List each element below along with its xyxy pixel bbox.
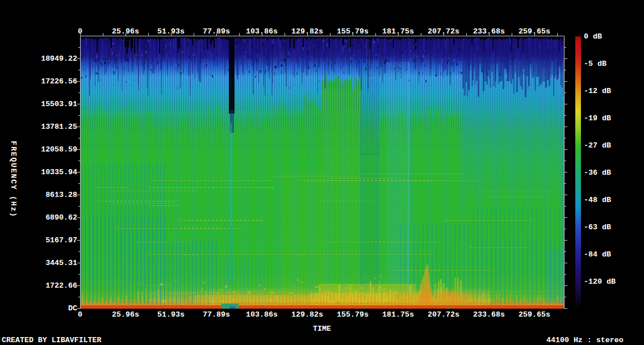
svg-text:6890.62: 6890.62 <box>45 213 77 222</box>
svg-text:-84 dB: -84 dB <box>584 250 611 259</box>
svg-text:155.79s: 155.79s <box>337 310 369 319</box>
svg-text:CREATED BY LIBAVFILTER: CREATED BY LIBAVFILTER <box>2 336 102 344</box>
svg-text:0 dB: 0 dB <box>584 32 602 41</box>
svg-text:129.82s: 129.82s <box>291 27 323 36</box>
svg-text:103.86s: 103.86s <box>246 310 278 319</box>
svg-text:207.72s: 207.72s <box>428 27 459 36</box>
svg-text:44100 Hz : stereo: 44100 Hz : stereo <box>546 336 624 344</box>
svg-text:0: 0 <box>78 27 82 36</box>
svg-text:17226.56: 17226.56 <box>41 77 77 86</box>
svg-text:1722.66: 1722.66 <box>45 281 77 290</box>
svg-text:103.86s: 103.86s <box>246 27 278 36</box>
svg-text:-5 dB: -5 dB <box>584 60 607 68</box>
svg-text:181.75s: 181.75s <box>382 27 414 36</box>
svg-text:15503.91: 15503.91 <box>41 100 77 108</box>
svg-text:233.68s: 233.68s <box>473 310 505 319</box>
svg-text:-48 dB: -48 dB <box>584 196 611 204</box>
svg-text:155.79s: 155.79s <box>337 27 369 36</box>
svg-text:10335.94: 10335.94 <box>41 168 77 176</box>
svg-text:77.89s: 77.89s <box>203 310 230 319</box>
svg-text:129.82s: 129.82s <box>291 310 323 319</box>
svg-text:0: 0 <box>78 310 82 319</box>
svg-text:25.96s: 25.96s <box>112 27 139 36</box>
svg-text:-36 dB: -36 dB <box>584 169 611 177</box>
svg-text:-27 dB: -27 dB <box>584 141 611 150</box>
svg-text:18949.22: 18949.22 <box>41 54 77 63</box>
svg-text:207.72s: 207.72s <box>428 310 459 319</box>
svg-text:25.96s: 25.96s <box>112 310 139 319</box>
svg-text:51.93s: 51.93s <box>157 27 185 36</box>
svg-text:259.65s: 259.65s <box>518 27 550 36</box>
svg-text:51.93s: 51.93s <box>157 310 185 319</box>
svg-text:12058.59: 12058.59 <box>41 145 77 154</box>
svg-text:5167.97: 5167.97 <box>45 236 77 245</box>
svg-text:13781.25: 13781.25 <box>41 123 77 131</box>
svg-text:DC: DC <box>68 304 77 313</box>
svg-text:TIME: TIME <box>313 325 331 333</box>
svg-text:-120 dB: -120 dB <box>584 277 616 286</box>
svg-text:233.68s: 233.68s <box>473 27 505 36</box>
svg-text:-63 dB: -63 dB <box>584 223 611 232</box>
svg-text:8613.28: 8613.28 <box>45 191 77 199</box>
svg-text:-19 dB: -19 dB <box>584 114 611 123</box>
svg-text:-12 dB: -12 dB <box>584 87 611 95</box>
svg-text:181.75s: 181.75s <box>382 310 414 319</box>
svg-text:FREQUENCY (Hz): FREQUENCY (Hz) <box>9 141 18 218</box>
svg-text:259.65s: 259.65s <box>518 310 550 319</box>
svg-text:77.89s: 77.89s <box>203 27 230 36</box>
svg-text:3445.31: 3445.31 <box>45 259 77 267</box>
